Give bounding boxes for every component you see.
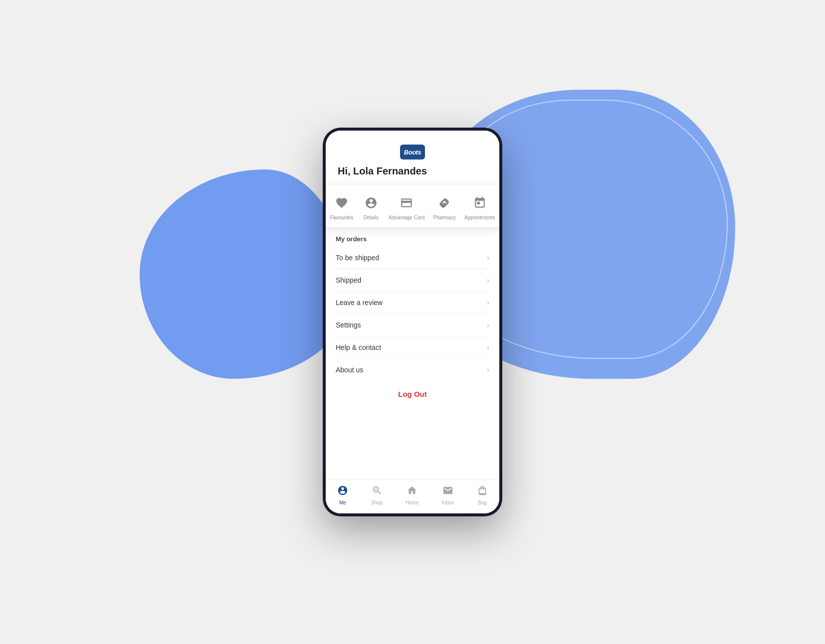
phone-screen: Boots Hi, Lola Fernandes Favourites — [326, 131, 499, 513]
menu-item-about-us[interactable]: About us › — [336, 359, 489, 381]
leave-review-label: Leave a review — [336, 299, 383, 307]
quick-action-appointments[interactable]: Appointments — [464, 194, 495, 220]
appointments-label: Appointments — [464, 215, 495, 220]
favourites-label: Favourites — [330, 215, 354, 220]
to-be-shipped-label: To be shipped — [336, 254, 379, 262]
me-nav-label: Me — [339, 500, 346, 505]
chevron-right-icon: › — [487, 366, 489, 374]
phone-wrapper: Boots Hi, Lola Fernandes Favourites — [323, 128, 502, 516]
chevron-right-icon: › — [487, 254, 489, 262]
chevron-right-icon: › — [487, 343, 489, 351]
quick-actions-card: Favourites Details Advantage Card — [326, 185, 499, 227]
menu-item-shipped[interactable]: Shipped › — [336, 269, 489, 292]
inbox-nav-label: Inbox — [442, 500, 454, 505]
pills-icon — [435, 194, 453, 212]
bg-blob-left — [140, 169, 349, 379]
calendar-icon — [471, 194, 489, 212]
chevron-right-icon: › — [487, 299, 489, 307]
about-us-label: About us — [336, 366, 363, 374]
boots-logo-text: Boots — [404, 149, 421, 156]
heart-icon — [333, 194, 351, 212]
pharmacy-label: Pharmacy — [433, 215, 456, 220]
home-nav-icon — [407, 485, 417, 498]
home-nav-label: Home — [406, 500, 419, 505]
my-orders-title: My orders — [336, 227, 489, 247]
menu-item-settings[interactable]: Settings › — [336, 314, 489, 336]
greeting-text: Hi, Lola Fernandes — [336, 165, 427, 177]
menu-item-to-be-shipped[interactable]: To be shipped › — [336, 247, 489, 269]
bottom-nav: Me Shop Home — [326, 480, 499, 513]
quick-action-pharmacy[interactable]: Pharmacy — [433, 194, 456, 220]
svg-point-0 — [441, 203, 442, 205]
nav-item-inbox[interactable]: Inbox — [442, 485, 454, 505]
phone-shell: Boots Hi, Lola Fernandes Favourites — [323, 128, 502, 516]
nav-item-home[interactable]: Home — [406, 485, 419, 505]
shipped-label: Shipped — [336, 276, 361, 284]
chevron-right-icon: › — [487, 321, 489, 329]
menu-item-help-contact[interactable]: Help & contact › — [336, 336, 489, 359]
bag-nav-label: Bag — [478, 500, 487, 505]
boots-logo: Boots — [400, 145, 425, 160]
settings-label: Settings — [336, 321, 361, 329]
card-icon — [398, 194, 415, 212]
advantage-card-label: Advantage Card — [389, 215, 424, 220]
nav-item-bag[interactable]: Bag — [477, 485, 488, 505]
me-nav-icon — [337, 485, 348, 498]
menu-section: My orders To be shipped › Shipped › Leav… — [326, 227, 499, 480]
nav-item-me[interactable]: Me — [337, 485, 348, 505]
menu-item-leave-review[interactable]: Leave a review › — [336, 292, 489, 314]
quick-action-favourites[interactable]: Favourites — [330, 194, 354, 220]
nav-item-shop[interactable]: Shop — [371, 485, 383, 505]
quick-action-advantage-card[interactable]: Advantage Card — [389, 194, 424, 220]
chevron-right-icon: › — [487, 276, 489, 284]
quick-action-details[interactable]: Details — [362, 194, 380, 220]
help-contact-label: Help & contact — [336, 343, 381, 351]
logout-button[interactable]: Log Out — [336, 381, 489, 405]
person-circle-icon — [362, 194, 380, 212]
inbox-nav-icon — [442, 485, 453, 498]
shop-nav-label: Shop — [371, 500, 383, 505]
bag-nav-icon — [477, 485, 488, 498]
phone-header: Boots Hi, Lola Fernandes — [326, 131, 499, 185]
shop-nav-icon — [372, 485, 383, 498]
details-label: Details — [363, 215, 379, 220]
